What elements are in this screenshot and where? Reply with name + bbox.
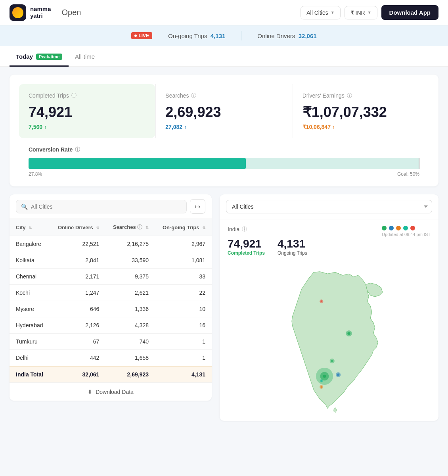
searches-cell: 740 [105,334,155,350]
city-cell: Delhi [10,350,50,367]
total-ongoing-trips: 4,131 [155,366,212,383]
table-row: Delhi 442 1,658 1 [10,350,212,367]
online-drivers-stat: Online Drivers 32,061 [257,33,316,39]
map-dots [382,226,431,230]
live-divider [241,31,241,40]
sort-icon[interactable]: ⇅ [96,226,99,230]
city-cell: Chennai [10,269,50,285]
chevron-down-icon: ▼ [331,10,335,15]
online-drivers-cell: 442 [50,350,105,367]
conversion-label: Conversion Rate ⓘ [29,146,419,153]
ongoing-trips-cell: 22 [155,285,212,301]
completed-trips-delta: 7,560 ↑ [29,124,146,130]
searches-value: 2,69,923 [165,104,282,121]
bottom-row: 🔍 ↦ City ⇅ Online Dr [10,194,438,421]
ongoing-trips-cell: 1 [155,350,212,367]
ongoing-trips-cell: 1 [155,334,212,350]
table-row: Mysore 646 1,336 10 [10,301,212,317]
logo-text: namma yatri [30,6,51,19]
progress-bar-container [29,158,419,169]
col-online-drivers: Online Drivers ⇅ [50,219,105,236]
total-searches: 2,69,923 [105,366,155,383]
logo-name-line2: yatri [30,13,51,19]
stats-card: Completed Trips ⓘ 74,921 7,560 ↑ Searche… [10,75,438,186]
online-drivers-cell: 646 [50,301,105,317]
city-cell: Tumkuru [10,334,50,350]
sort-icon[interactable]: ⇅ [29,226,32,230]
searches-label: Searches ⓘ [165,92,282,99]
map-ongoing-trips: 4,131 Ongoing Trips [278,238,307,256]
progress-labels: 27.8% Goal: 50% [29,171,419,177]
expand-button[interactable]: ↦ [190,199,205,214]
tab-all-time-label: All-time [75,53,95,60]
main-content: Completed Trips ⓘ 74,921 7,560 ↑ Searche… [0,67,448,429]
ongoing-trips-label: On-going Trips [168,33,207,39]
tab-today[interactable]: Today Peak-time [10,46,69,67]
map-legend: Updated at 06:44 pm IST [382,226,431,237]
dot-green-icon [382,226,387,230]
map-completed-trips: 74,921 Completed Trips [228,238,265,256]
map-completed-label: Completed Trips [228,250,265,256]
online-drivers-cell: 1,247 [50,285,105,301]
india-map [220,262,438,421]
delhi-center [320,300,322,302]
dot-orange-icon [396,226,401,230]
conversion-section: Conversion Rate ⓘ 27.8% Goal: 50% [19,138,429,177]
city-cell: Hyderabad [10,317,50,334]
map-stats: India ⓘ 74,921 Completed Trips 4,131 Ong… [228,226,307,256]
dot-blue-icon [389,226,394,230]
chevron-down-icon: ▼ [368,10,371,15]
drivers-earnings-value: ₹1,07,07,332 [302,104,419,121]
search-input[interactable] [31,203,182,210]
currency-label: ₹ INR [350,10,365,16]
live-bar: LIVE On-going Trips 4,131 Online Drivers… [0,25,448,46]
cities-label: All Cities [306,10,328,16]
info-icon: ⓘ [75,146,80,153]
ongoing-trips-value: 4,131 [211,33,226,39]
download-app-button[interactable]: Download App [381,5,438,20]
drivers-earnings-block: Drivers' Earnings ⓘ ₹1,07,07,332 ₹10,06,… [293,84,429,138]
live-badge: LIVE [131,32,152,39]
map-ongoing-label: Ongoing Trips [278,250,307,256]
city-cell: Kochi [10,285,50,301]
hyderabad-dot [331,360,333,362]
tabs-area: Today Peak-time All-time [0,46,448,67]
download-data-label: Download Data [96,389,134,395]
searches-cell: 2,621 [105,285,155,301]
searches-block: Searches ⓘ 2,69,923 27,082 ↑ [155,84,292,138]
map-country: India ⓘ [228,226,307,233]
city-cell: Mysore [10,301,50,317]
table-search-bar: 🔍 ↦ [10,194,212,219]
cities-dropdown-btn[interactable]: All Cities ▼ [301,6,340,19]
sort-icon[interactable]: ⇅ [146,225,149,230]
table-row: Chennai 2,171 9,375 33 [10,269,212,285]
searches-cell: 9,375 [105,269,155,285]
map-city-select[interactable]: All Cities [226,200,432,213]
online-drivers-cell: 67 [50,334,105,350]
completed-trips-value: 74,921 [29,104,146,121]
online-drivers-label: Online Drivers [257,33,295,39]
header: namma yatri Open All Cities ▼ ₹ INR ▼ Do… [0,0,448,25]
download-data-button[interactable]: ⬇ Download Data [10,383,212,401]
table-row: Hyderabad 2,126 4,328 16 [10,317,212,334]
ongoing-trips-cell: 1,081 [155,252,212,269]
drivers-earnings-label: Drivers' Earnings ⓘ [302,92,419,99]
searches-cell: 4,328 [105,317,155,334]
map-completed-value: 74,921 [228,238,265,250]
ongoing-trips-cell: 33 [155,269,212,285]
city-cell: Bangalore [10,236,50,252]
city-cell: Kolkata [10,252,50,269]
info-icon: ⓘ [242,226,247,233]
info-icon: ⓘ [191,92,196,99]
currency-dropdown-btn[interactable]: ₹ INR ▼ [345,6,377,19]
ongoing-trips-stat: On-going Trips 4,131 [168,33,225,39]
map-updated: Updated at 06:44 pm IST [382,232,431,237]
india-map-svg [228,266,431,413]
left-panel: 🔍 ↦ City ⇅ Online Dr [10,194,212,421]
tab-all-time[interactable]: All-time [69,46,101,67]
sort-icon[interactable]: ⇅ [202,226,205,230]
dot-teal-icon [403,226,408,230]
map-card: All Cities India ⓘ 74,921 Completed Trip… [220,194,438,421]
progress-bar-fill [29,158,246,169]
map-ongoing-value: 4,131 [278,238,307,250]
